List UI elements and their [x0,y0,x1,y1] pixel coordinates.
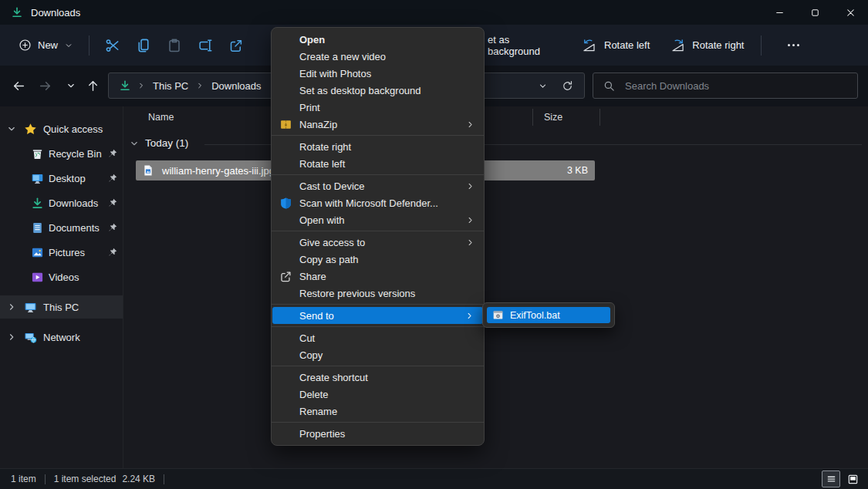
search-input[interactable] [623,79,857,93]
pin-icon [107,222,118,233]
downloads-folder-icon [119,79,131,92]
menu-item-open[interactable]: Open [272,31,484,48]
submenu-arrow-icon [464,311,475,321]
menu-item-send-to[interactable]: Send to [272,307,483,324]
sidebar-item-this-pc[interactable]: This PC [0,295,123,319]
title-bar: Downloads [0,0,868,25]
rotate-left-label: Rotate left [604,39,650,51]
sidebar-item-documents[interactable]: Documents [0,216,123,239]
breadcrumb-segment[interactable]: Downloads [210,77,262,95]
selection-size: 2.24 KB [122,474,155,484]
sidebar-item-quick-access[interactable]: Quick access [0,117,123,140]
menu-item-copy-as-path[interactable]: Copy as path [272,251,484,268]
search-box[interactable] [593,73,858,99]
refresh-icon[interactable] [562,80,573,92]
menu-item-nanazip[interactable]: NanaZip [272,116,484,133]
maximize-button[interactable] [797,0,833,25]
nanazip-icon [279,118,292,131]
sidebar-item-videos[interactable]: Videos [0,265,123,288]
menu-item-scan-with-microsoft-defender[interactable]: Scan with Microsoft Defender... [272,194,484,211]
sidebar-item-label: Videos [49,271,79,283]
back-button[interactable] [6,73,31,98]
set-as-background-button[interactable]: et as background [488,34,557,57]
menu-item-label: Restore previous versions [299,288,415,299]
chevron-down-icon [6,123,17,134]
column-header-name[interactable]: Name [148,112,174,123]
menu-item-label: Cut [299,332,315,344]
up-button[interactable] [80,73,105,98]
menu-item-set-as-desktop-background[interactable]: Set as desktop background [272,82,484,99]
submenu-arrow-icon [465,181,475,191]
breadcrumb-segment[interactable]: This PC [151,77,190,95]
menu-item-create-a-new-video[interactable]: Create a new video [272,48,484,65]
batch-file-icon [492,309,504,321]
minimize-button[interactable] [762,0,797,25]
toolbar-icon-group [97,31,252,60]
menu-separator [272,135,484,136]
more-options-button[interactable] [782,36,806,54]
group-header[interactable]: Today (1) [124,135,868,153]
cut-button[interactable] [97,31,128,60]
status-divider [164,474,164,484]
menu-item-label: Cast to Device [299,180,365,192]
address-dropdown-icon[interactable] [538,81,548,91]
sidebar-item-pictures[interactable]: Pictures [0,241,123,264]
sidebar-item-desktop[interactable]: Desktop [0,167,123,190]
menu-item-rename[interactable]: Rename [272,403,484,420]
menu-item-edit-with-photos[interactable]: Edit with Photos [272,65,484,82]
file-explorer-window: Downloads New et as background Rotate le… [0,0,868,489]
chevron-right-icon [6,332,17,342]
rename-button[interactable] [190,31,221,60]
sidebar-item-downloads[interactable]: Downloads [0,191,123,214]
menu-item-cut[interactable]: Cut [272,329,484,346]
menu-item-label: Share [299,271,326,282]
thumbnail-view-button[interactable] [843,470,862,487]
sidebar-item-recycle-bin[interactable]: Recycle Bin [0,142,123,165]
status-bar: 1 item 1 item selected 2.24 KB [0,468,868,489]
menu-item-label: NanaZip [299,119,337,130]
column-divider[interactable] [532,109,533,126]
pin-icon [107,148,118,159]
forward-button[interactable] [32,73,57,98]
menu-item-rotate-right[interactable]: Rotate right [272,138,484,155]
menu-item-share[interactable]: Share [272,268,484,285]
column-headers: Name Size [124,106,868,128]
menu-item-properties[interactable]: Properties [272,425,484,442]
menu-item-cast-to-device[interactable]: Cast to Device [272,177,484,194]
menu-item-create-shortcut[interactable]: Create shortcut [272,369,484,386]
column-header-size[interactable]: Size [544,112,562,123]
menu-item-rotate-left[interactable]: Rotate left [272,155,484,172]
copy-button[interactable] [128,31,159,60]
toolbar-divider [761,35,762,56]
menu-item-label: Scan with Microsoft Defender... [299,197,438,209]
recycle-bin-icon [31,147,44,160]
share-button[interactable] [221,31,252,60]
details-view-button[interactable] [822,470,840,487]
menu-item-print[interactable]: Print [272,99,484,116]
toolbar-right-group: et as background Rotate left Rotate righ… [488,25,806,66]
rotate-left-button[interactable]: Rotate left [577,32,654,59]
menu-item-label: Send to [299,310,334,322]
menu-item-restore-previous-versions[interactable]: Restore previous versions [272,285,484,302]
sidebar-item-network[interactable]: Network [0,325,123,349]
chevron-down-icon[interactable] [129,138,140,149]
pin-icon [107,247,118,258]
share-outline-icon [279,270,292,283]
rotate-right-button[interactable]: Rotate right [665,32,748,59]
close-button[interactable] [833,0,868,25]
star-icon [24,123,37,136]
window-controls [762,0,868,25]
column-divider[interactable] [599,109,600,126]
menu-item-give-access-to[interactable]: Give access to [272,234,484,251]
submenu-item-exiftool-bat[interactable]: ExifTool.bat [487,307,610,323]
menu-item-open-with[interactable]: Open with [272,211,484,228]
menu-separator [272,422,484,423]
menu-separator [272,304,484,305]
new-button-label: New [38,39,58,51]
downloads-app-icon [11,6,23,19]
new-button[interactable]: New [11,32,81,58]
paste-button[interactable] [159,31,190,60]
menu-item-delete[interactable]: Delete [272,386,484,403]
menu-item-copy[interactable]: Copy [272,346,484,363]
menu-item-label: Open with [299,214,345,226]
